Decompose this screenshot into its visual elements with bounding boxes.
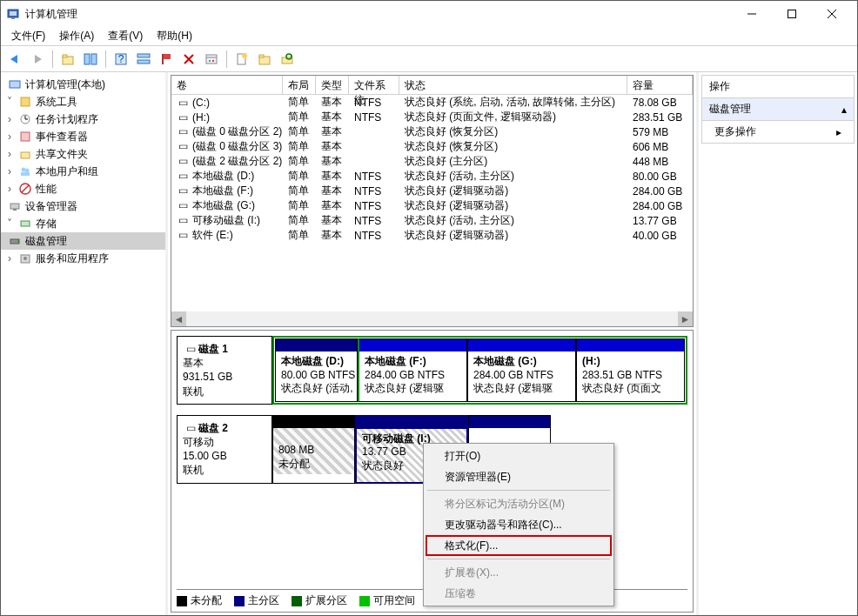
volume-header: 卷 布局 类型 文件系统 状态 容量 (171, 76, 693, 95)
svg-rect-28 (259, 55, 264, 57)
volume-row[interactable]: ▭本地磁盘 (G:)简单基本NTFS状态良好 (逻辑驱动器)284.00 GB (171, 198, 693, 213)
tree-services-apps[interactable]: ›服务和应用程序 (1, 250, 165, 267)
svg-rect-21 (206, 55, 217, 64)
ctx-shrink[interactable]: 压缩卷 (426, 583, 612, 604)
svg-point-40 (25, 169, 30, 173)
actions-more[interactable]: 更多操作▸ (701, 120, 855, 144)
disk1-part-g[interactable]: 本地磁盘 (G:)284.00 GB NTFS状态良好 (逻辑驱 (467, 338, 576, 402)
tree-disk-management[interactable]: 磁盘管理 (1, 232, 165, 250)
chevron-right-icon: ▸ (836, 126, 841, 138)
svg-point-26 (242, 53, 247, 58)
disk1-part-d[interactable]: 本地磁盘 (D:)80.00 GB NTFS状态良好 (活动, (275, 338, 358, 402)
volume-row[interactable]: ▭本地磁盘 (F:)简单基本NTFS状态良好 (逻辑驱动器)284.00 GB (171, 184, 693, 198)
col-layout[interactable]: 布局 (283, 76, 316, 94)
tree-device-manager[interactable]: 设备管理器 (1, 198, 165, 215)
disk-block-1: ▭磁盘 1 基本 931.51 GB 联机 本地磁盘 (D:)80.00 GB … (177, 336, 687, 405)
col-status[interactable]: 状态 (399, 76, 627, 94)
tree-storage[interactable]: ˅存储 (1, 215, 165, 232)
svg-rect-38 (21, 152, 30, 158)
ctx-format[interactable]: 格式化(F)... (426, 535, 612, 556)
close-button[interactable] (812, 1, 852, 27)
up-button[interactable] (57, 49, 78, 70)
back-button[interactable] (4, 49, 25, 70)
tree-task-scheduler[interactable]: ›任务计划程序 (1, 110, 165, 128)
tree-root[interactable]: 计算机管理(本地) (1, 76, 165, 93)
svg-rect-33 (21, 97, 30, 106)
view-mode-button[interactable] (133, 49, 154, 70)
actions-disk-mgmt[interactable]: 磁盘管理▴ (701, 97, 855, 121)
tree-pane: 计算机管理(本地) ˅系统工具 ›任务计划程序 ›事件查看器 ›共享文件夹 ›本… (1, 72, 168, 615)
col-fs[interactable]: 文件系统 (349, 76, 399, 94)
volume-row[interactable]: ▭(磁盘 0 磁盘分区 2)简单基本状态良好 (恢复分区)579 MB (171, 124, 693, 139)
maximize-button[interactable] (772, 1, 812, 27)
disk1-part-h[interactable]: (H:)283.51 GB NTFS状态良好 (页面文 (576, 338, 685, 402)
legend-free: 可用空间 (359, 593, 415, 608)
svg-rect-1 (10, 11, 17, 16)
tree-event-viewer[interactable]: ›事件查看器 (1, 128, 165, 145)
rescan-button[interactable] (277, 49, 298, 70)
col-capacity[interactable]: 容量 (627, 76, 693, 94)
menu-action[interactable]: 操作(A) (52, 27, 101, 45)
ctx-open[interactable]: 打开(O) (426, 445, 612, 466)
volume-row[interactable]: ▭可移动磁盘 (I:)简单基本NTFS状态良好 (活动, 主分区)13.77 G… (171, 213, 693, 228)
help-button[interactable]: ? (111, 49, 131, 70)
volume-row[interactable]: ▭(C:)简单基本NTFS状态良好 (系统, 启动, 活动, 故障转储, 主分区… (171, 95, 693, 110)
svg-rect-12 (91, 54, 97, 64)
delete-button[interactable] (178, 49, 199, 70)
titlebar: 计算机管理 (1, 1, 857, 27)
svg-line-43 (22, 185, 29, 192)
forward-button[interactable] (27, 49, 48, 70)
volume-row[interactable]: ▭软件 (E:)简单基本NTFS状态良好 (逻辑驱动器)40.00 GB (171, 228, 693, 243)
menu-file[interactable]: 文件(F) (4, 27, 52, 45)
ctx-extend[interactable]: 扩展卷(X)... (426, 562, 612, 583)
disk2-unallocated[interactable]: 808 MB未分配 (272, 415, 355, 484)
h-scrollbar[interactable]: ◄ ► (171, 311, 693, 326)
actions-pane: 操作 磁盘管理▴ 更多操作▸ (699, 72, 857, 615)
disk2-info[interactable]: ▭磁盘 2 可移动 15.00 GB 联机 (177, 415, 272, 484)
settings-button[interactable] (201, 49, 222, 70)
svg-rect-10 (63, 55, 67, 57)
tree-shared-folders[interactable]: ›共享文件夹 (1, 145, 165, 163)
menu-help[interactable]: 帮助(H) (150, 27, 199, 45)
context-menu: 打开(O) 资源管理器(E) 将分区标记为活动分区(M) 更改驱动器号和路径(C… (423, 443, 614, 606)
tree-system-tools[interactable]: ˅系统工具 (1, 93, 165, 110)
svg-point-23 (209, 60, 211, 62)
menu-view[interactable]: 查看(V) (101, 27, 150, 45)
menubar: 文件(F) 操作(A) 查看(V) 帮助(H) (1, 27, 857, 46)
folder-button[interactable] (254, 49, 275, 70)
svg-rect-32 (10, 81, 20, 88)
scroll-left-icon[interactable]: ◄ (171, 311, 186, 326)
ctx-change-letter[interactable]: 更改驱动器号和路径(C)... (426, 514, 612, 535)
disk1-part-f[interactable]: 本地磁盘 (F:)284.00 GB NTFS状态良好 (逻辑驱 (358, 338, 467, 402)
disk1-info[interactable]: ▭磁盘 1 基本 931.51 GB 联机 (177, 336, 272, 405)
svg-rect-4 (788, 10, 796, 18)
tree-local-users[interactable]: ›本地用户和组 (1, 163, 165, 180)
minimize-button[interactable] (732, 1, 772, 27)
svg-marker-8 (35, 55, 42, 64)
svg-rect-11 (84, 54, 90, 64)
svg-rect-15 (137, 54, 150, 57)
action-flag-button[interactable] (156, 49, 177, 70)
col-type[interactable]: 类型 (316, 76, 349, 94)
tree-performance[interactable]: ›性能 (1, 180, 165, 198)
scroll-right-icon[interactable]: ► (678, 311, 693, 326)
svg-rect-18 (164, 54, 171, 59)
svg-point-50 (23, 257, 27, 260)
disk-icon: ▭ (183, 421, 198, 435)
show-hide-button[interactable] (80, 49, 101, 70)
svg-rect-41 (21, 172, 30, 176)
ctx-explorer[interactable]: 资源管理器(E) (426, 466, 612, 487)
legend-primary: 主分区 (234, 593, 279, 608)
window-title: 计算机管理 (25, 7, 732, 22)
ctx-mark-active[interactable]: 将分区标记为活动分区(M) (426, 493, 612, 514)
new-button[interactable] (231, 49, 252, 70)
actions-header: 操作 (701, 75, 855, 98)
svg-rect-45 (13, 209, 17, 211)
volume-row[interactable]: ▭(H:)简单基本NTFS状态良好 (页面文件, 逻辑驱动器)283.51 GB (171, 110, 693, 124)
volume-row[interactable]: ▭本地磁盘 (D:)简单基本NTFS状态良好 (活动, 主分区)80.00 GB (171, 169, 693, 184)
svg-point-24 (212, 60, 214, 62)
col-volume[interactable]: 卷 (171, 76, 283, 94)
volume-row[interactable]: ▭(磁盘 2 磁盘分区 2)简单基本状态良好 (主分区)448 MB (171, 154, 693, 169)
volume-list: 卷 布局 类型 文件系统 状态 容量 ▭(C:)简单基本NTFS状态良好 (系统… (171, 75, 694, 327)
volume-row[interactable]: ▭(磁盘 0 磁盘分区 3)简单基本状态良好 (恢复分区)606 MB (171, 139, 693, 154)
